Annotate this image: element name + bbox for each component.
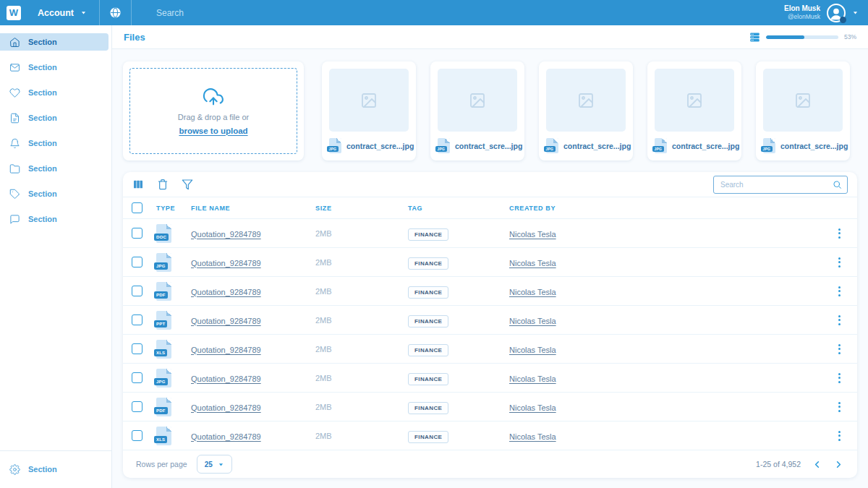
- created-by-link[interactable]: Nicolas Tesla: [509, 317, 556, 325]
- sidebar-footer: Section: [0, 450, 111, 488]
- file-card[interactable]: JPG contract_scre...jpg: [756, 61, 850, 160]
- file-card[interactable]: JPG contract_scre...jpg: [647, 61, 741, 160]
- column-header-tag: TAG: [408, 205, 509, 212]
- row-checkbox[interactable]: [132, 228, 142, 239]
- sidebar-item-folders[interactable]: Section: [0, 160, 109, 177]
- row-actions-menu[interactable]: [835, 256, 843, 269]
- globe-icon[interactable]: [109, 7, 122, 19]
- row-actions-menu[interactable]: [835, 285, 843, 298]
- row-actions-menu[interactable]: [835, 401, 843, 414]
- tag-badge: FINANCE: [408, 402, 448, 414]
- created-by-link[interactable]: Nicolas Tesla: [509, 374, 556, 383]
- row-checkbox[interactable]: [132, 257, 142, 267]
- sidebar-item-label: Section: [28, 88, 57, 97]
- file-size: 2MB: [315, 229, 408, 238]
- image-placeholder-icon: [577, 92, 595, 109]
- created-by-link[interactable]: Nicolas Tesla: [509, 230, 556, 239]
- file-name-link[interactable]: Quotation_9284789: [191, 346, 261, 354]
- file-size: 2MB: [315, 432, 408, 440]
- sidebar-item-messages[interactable]: Section: [0, 210, 109, 228]
- upload-dropzone[interactable]: Drag & drop a file or browse to upload: [123, 61, 304, 160]
- created-by-link[interactable]: Nicolas Tesla: [509, 346, 556, 354]
- user-handle: @elonMusk: [784, 13, 820, 21]
- sidebar-item-notifications[interactable]: Section: [0, 134, 109, 152]
- sidebar-item-favorites[interactable]: Section: [0, 84, 109, 101]
- table-row: JPG Quotation_9284789 2MB FINANCE Nicola…: [123, 248, 857, 277]
- sidebar: Section Section Section Section Section …: [0, 25, 112, 488]
- created-by-link[interactable]: Nicolas Tesla: [509, 432, 556, 441]
- topbar-search-input[interactable]: [156, 8, 431, 18]
- row-checkbox[interactable]: [132, 343, 142, 354]
- table-row: PDF Quotation_9284789 2MB FINANCE Nicola…: [123, 277, 857, 306]
- topbar-divider: [99, 0, 100, 25]
- created-by-link[interactable]: Nicolas Tesla: [509, 288, 556, 296]
- storage-progress-track: [766, 35, 838, 39]
- file-type-icon: JPG: [329, 138, 341, 153]
- storage-icon[interactable]: [749, 32, 760, 43]
- column-header-type: TYPE: [156, 205, 191, 212]
- row-actions-menu[interactable]: [835, 429, 843, 442]
- tag-badge: FINANCE: [408, 315, 448, 328]
- file-name-link[interactable]: Quotation_9284789: [191, 230, 261, 239]
- user-info: Elon Musk @elonMusk: [784, 4, 820, 21]
- filter-icon[interactable]: [182, 179, 193, 190]
- file-name-link[interactable]: Quotation_9284789: [191, 317, 261, 325]
- file-name-link[interactable]: Quotation_9284789: [191, 288, 261, 296]
- file-name-link[interactable]: Quotation_9284789: [191, 259, 261, 267]
- created-by-link[interactable]: Nicolas Tesla: [509, 403, 556, 412]
- row-checkbox[interactable]: [132, 401, 142, 412]
- pagination-range: 1-25 of 4,952: [756, 460, 801, 468]
- file-card[interactable]: JPG contract_scre...jpg: [322, 61, 416, 160]
- row-checkbox[interactable]: [132, 430, 142, 441]
- sidebar-item-settings[interactable]: Section: [0, 461, 109, 478]
- tag-badge: FINANCE: [408, 373, 448, 385]
- storage-usage: 53%: [749, 32, 856, 43]
- sidebar-item-home[interactable]: Section: [0, 33, 109, 51]
- row-actions-menu[interactable]: [835, 343, 843, 356]
- file-size: 2MB: [315, 316, 408, 325]
- file-thumbnail: [546, 69, 626, 132]
- avatar[interactable]: [827, 4, 846, 22]
- trash-icon[interactable]: [157, 179, 169, 190]
- rows-per-page-select[interactable]: 25: [197, 455, 232, 474]
- storage-percent: 53%: [844, 33, 856, 40]
- pagination-next-button[interactable]: [833, 459, 844, 470]
- image-placeholder-icon: [469, 92, 486, 109]
- account-menu[interactable]: Account: [38, 8, 87, 18]
- sidebar-item-documents[interactable]: Section: [0, 109, 109, 127]
- upload-text: Drag & drop a file or: [178, 113, 249, 121]
- browse-to-upload-link[interactable]: browse to upload: [179, 127, 247, 135]
- file-size: 2MB: [315, 374, 408, 382]
- row-checkbox[interactable]: [132, 372, 142, 383]
- file-type-icon: JPG: [438, 138, 450, 153]
- sidebar-item-mail[interactable]: Section: [0, 59, 109, 76]
- file-card[interactable]: JPG contract_scre...jpg: [430, 61, 524, 160]
- file-card[interactable]: JPG contract_scre...jpg: [539, 61, 633, 160]
- row-actions-menu[interactable]: [835, 314, 843, 327]
- created-by-link[interactable]: Nicolas Tesla: [509, 259, 556, 267]
- file-type-icon: DOC: [156, 224, 171, 243]
- file-name-link[interactable]: Quotation_9284789: [191, 374, 261, 383]
- file-name-link[interactable]: Quotation_9284789: [191, 432, 261, 441]
- table-row: XLS Quotation_9284789 2MB FINANCE Nicola…: [123, 421, 857, 450]
- folder-icon: [9, 163, 20, 174]
- table-search-input[interactable]: [713, 176, 848, 194]
- row-actions-menu[interactable]: [835, 372, 843, 385]
- row-checkbox[interactable]: [132, 286, 142, 296]
- row-actions-menu[interactable]: [835, 227, 843, 240]
- file-size: 2MB: [315, 403, 408, 411]
- heart-icon: [9, 87, 20, 98]
- file-name-link[interactable]: Quotation_9284789: [191, 403, 261, 412]
- row-checkbox[interactable]: [132, 314, 142, 325]
- app-logo[interactable]: W: [7, 6, 21, 20]
- search-icon[interactable]: [833, 180, 842, 189]
- columns-icon[interactable]: [132, 179, 144, 190]
- table-footer: Rows per page 25 1-25 of 4,952: [123, 450, 857, 478]
- pagination-prev-button[interactable]: [812, 459, 822, 470]
- file-type-icon: JPG: [546, 138, 558, 153]
- select-all-checkbox[interactable]: [132, 202, 142, 213]
- sidebar-item-tags[interactable]: Section: [0, 185, 109, 202]
- home-icon: [9, 37, 20, 48]
- user-menu-caret-icon[interactable]: [852, 9, 859, 16]
- sidebar-item-label: Section: [28, 215, 57, 223]
